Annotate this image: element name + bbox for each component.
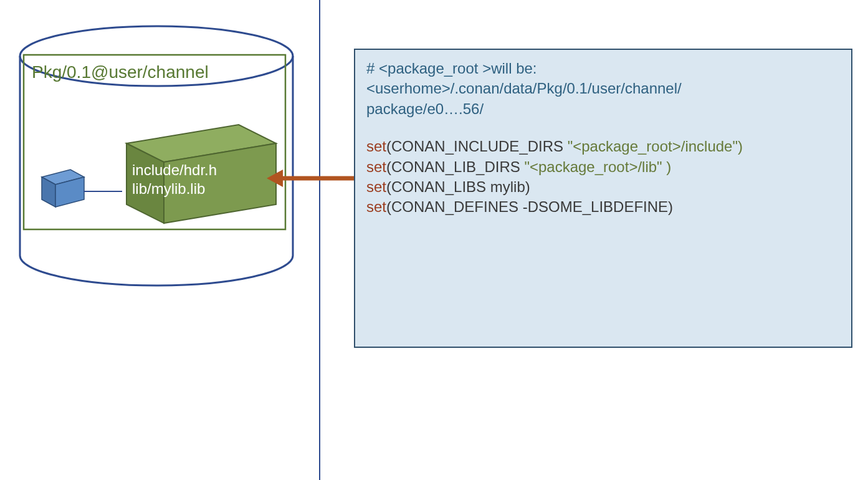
blank-line <box>366 119 840 137</box>
code-line: set(CONAN_LIBS mylib) <box>366 177 840 197</box>
set-keyword: set <box>366 158 386 175</box>
set-arg: (CONAN_DEFINES -DSOME_LIBDEFINE) <box>386 198 673 215</box>
set-arg-key: (CONAN_INCLUDE_DIRS <box>386 138 568 155</box>
package-content-line: include/hdr.h <box>132 161 217 180</box>
code-comment: <userhome>/.conan/data/Pkg/0.1/user/chan… <box>366 79 840 98</box>
svg-marker-11 <box>267 170 283 187</box>
set-keyword: set <box>366 198 386 215</box>
package-content-line: lib/mylib.lib <box>132 180 217 198</box>
code-comment: package/e0….56/ <box>366 99 840 119</box>
package-contents: include/hdr.h lib/mylib.lib <box>132 161 217 198</box>
set-keyword: set <box>366 138 386 155</box>
code-comment: # <package_root >will be: <box>366 59 840 79</box>
generated-code-box: # <package_root >will be: <userhome>/.co… <box>354 49 852 348</box>
code-line: set(CONAN_LIB_DIRS "<package_root>/lib" … <box>366 157 840 177</box>
code-line: set(CONAN_DEFINES -DSOME_LIBDEFINE) <box>366 197 840 217</box>
code-line: set(CONAN_INCLUDE_DIRS "<package_root>/i… <box>366 137 840 156</box>
set-arg-key: (CONAN_LIB_DIRS <box>386 158 524 175</box>
set-arg-value: "<package_root>/include") <box>568 138 743 155</box>
set-arg: (CONAN_LIBS mylib) <box>386 178 530 195</box>
set-keyword: set <box>366 178 386 195</box>
set-arg-value: "<package_root>/lib" ) <box>524 158 671 175</box>
package-label: Pkg/0.1@user/channel <box>32 62 209 82</box>
